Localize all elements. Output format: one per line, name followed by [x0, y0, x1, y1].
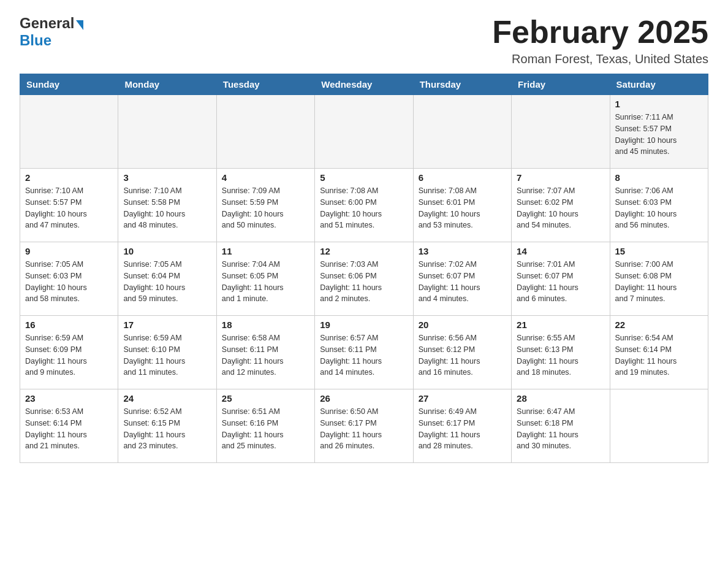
calendar-day-cell: 19Sunrise: 6:57 AMSunset: 6:11 PMDayligh… — [315, 316, 413, 389]
logo-arrow-icon — [76, 20, 83, 30]
day-number: 12 — [320, 246, 408, 256]
day-info: Sunrise: 7:10 AMSunset: 5:57 PMDaylight:… — [25, 185, 113, 231]
day-info: Sunrise: 7:03 AMSunset: 6:06 PMDaylight:… — [320, 259, 408, 305]
logo: General Blue — [20, 15, 83, 49]
day-info: Sunrise: 6:56 AMSunset: 6:12 PMDaylight:… — [419, 332, 506, 378]
calendar-day-cell — [610, 389, 708, 463]
day-info: Sunrise: 7:06 AMSunset: 6:03 PMDaylight:… — [615, 185, 703, 231]
day-info: Sunrise: 7:09 AMSunset: 5:59 PMDaylight:… — [222, 185, 309, 231]
calendar-day-cell: 14Sunrise: 7:01 AMSunset: 6:07 PMDayligh… — [512, 242, 610, 316]
calendar-day-cell: 25Sunrise: 6:51 AMSunset: 6:16 PMDayligh… — [216, 389, 314, 463]
calendar-week-row: 16Sunrise: 6:59 AMSunset: 6:09 PMDayligh… — [20, 316, 708, 389]
calendar-day-cell — [315, 95, 413, 169]
day-info: Sunrise: 7:07 AMSunset: 6:02 PMDaylight:… — [517, 185, 604, 231]
day-info: Sunrise: 6:58 AMSunset: 6:11 PMDaylight:… — [222, 332, 309, 378]
day-number: 1 — [615, 99, 703, 109]
title-section: February 2025 Roman Forest, Texas, Unite… — [492, 15, 708, 66]
day-number: 26 — [320, 393, 408, 404]
calendar-week-row: 2Sunrise: 7:10 AMSunset: 5:57 PMDaylight… — [20, 169, 708, 242]
calendar-day-cell: 10Sunrise: 7:05 AMSunset: 6:04 PMDayligh… — [118, 242, 216, 316]
calendar-day-cell: 18Sunrise: 6:58 AMSunset: 6:11 PMDayligh… — [216, 316, 314, 389]
calendar-day-cell — [118, 95, 216, 169]
day-info: Sunrise: 7:04 AMSunset: 6:05 PMDaylight:… — [222, 259, 309, 305]
calendar-day-header: Saturday — [610, 74, 708, 95]
day-number: 18 — [222, 320, 309, 330]
calendar-day-header: Monday — [118, 74, 216, 95]
calendar-day-cell: 6Sunrise: 7:08 AMSunset: 6:01 PMDaylight… — [413, 169, 511, 242]
page-header: General Blue February 2025 Roman Forest,… — [20, 15, 708, 66]
day-info: Sunrise: 7:11 AMSunset: 5:57 PMDaylight:… — [615, 112, 703, 158]
calendar-day-cell: 22Sunrise: 6:54 AMSunset: 6:14 PMDayligh… — [610, 316, 708, 389]
day-number: 3 — [123, 172, 211, 183]
day-number: 6 — [419, 172, 506, 183]
calendar-day-cell — [216, 95, 314, 169]
day-number: 22 — [615, 320, 703, 330]
calendar-table: SundayMondayTuesdayWednesdayThursdayFrid… — [20, 74, 708, 463]
calendar-header-row: SundayMondayTuesdayWednesdayThursdayFrid… — [20, 74, 708, 95]
calendar-day-cell: 24Sunrise: 6:52 AMSunset: 6:15 PMDayligh… — [118, 389, 216, 463]
day-number: 10 — [123, 246, 211, 256]
calendar-day-cell — [413, 95, 511, 169]
calendar-day-cell: 1Sunrise: 7:11 AMSunset: 5:57 PMDaylight… — [610, 95, 708, 169]
day-number: 7 — [517, 172, 604, 183]
calendar-day-header: Thursday — [413, 74, 511, 95]
day-info: Sunrise: 6:59 AMSunset: 6:09 PMDaylight:… — [25, 332, 113, 378]
calendar-day-cell: 13Sunrise: 7:02 AMSunset: 6:07 PMDayligh… — [413, 242, 511, 316]
calendar-week-row: 9Sunrise: 7:05 AMSunset: 6:03 PMDaylight… — [20, 242, 708, 316]
day-info: Sunrise: 6:50 AMSunset: 6:17 PMDaylight:… — [320, 406, 408, 452]
month-title: February 2025 — [492, 15, 708, 50]
calendar-day-cell: 9Sunrise: 7:05 AMSunset: 6:03 PMDaylight… — [20, 242, 118, 316]
day-number: 8 — [615, 172, 703, 183]
day-number: 11 — [222, 246, 309, 256]
day-info: Sunrise: 6:54 AMSunset: 6:14 PMDaylight:… — [615, 332, 703, 378]
day-info: Sunrise: 7:02 AMSunset: 6:07 PMDaylight:… — [419, 259, 506, 305]
day-number: 14 — [517, 246, 604, 256]
calendar-day-cell: 17Sunrise: 6:59 AMSunset: 6:10 PMDayligh… — [118, 316, 216, 389]
day-number: 21 — [517, 320, 604, 330]
day-number: 2 — [25, 172, 113, 183]
calendar-day-cell: 11Sunrise: 7:04 AMSunset: 6:05 PMDayligh… — [216, 242, 314, 316]
day-number: 23 — [25, 393, 113, 404]
calendar-day-cell: 20Sunrise: 6:56 AMSunset: 6:12 PMDayligh… — [413, 316, 511, 389]
day-info: Sunrise: 6:55 AMSunset: 6:13 PMDaylight:… — [517, 332, 604, 378]
day-number: 9 — [25, 246, 113, 256]
calendar-day-cell: 5Sunrise: 7:08 AMSunset: 6:00 PMDaylight… — [315, 169, 413, 242]
day-number: 5 — [320, 172, 408, 183]
calendar-day-cell: 23Sunrise: 6:53 AMSunset: 6:14 PMDayligh… — [20, 389, 118, 463]
logo-general: General — [20, 15, 74, 32]
calendar-day-cell: 7Sunrise: 7:07 AMSunset: 6:02 PMDaylight… — [512, 169, 610, 242]
day-number: 28 — [517, 393, 604, 404]
day-info: Sunrise: 7:05 AMSunset: 6:03 PMDaylight:… — [25, 259, 113, 305]
day-number: 20 — [419, 320, 506, 330]
day-number: 19 — [320, 320, 408, 330]
calendar-day-header: Wednesday — [315, 74, 413, 95]
day-number: 24 — [123, 393, 211, 404]
day-info: Sunrise: 7:00 AMSunset: 6:08 PMDaylight:… — [615, 259, 703, 305]
calendar-day-cell: 15Sunrise: 7:00 AMSunset: 6:08 PMDayligh… — [610, 242, 708, 316]
day-info: Sunrise: 6:52 AMSunset: 6:15 PMDaylight:… — [123, 406, 211, 452]
logo-blue: Blue — [20, 32, 51, 49]
day-info: Sunrise: 6:57 AMSunset: 6:11 PMDaylight:… — [320, 332, 408, 378]
day-info: Sunrise: 7:05 AMSunset: 6:04 PMDaylight:… — [123, 259, 211, 305]
calendar-day-cell: 12Sunrise: 7:03 AMSunset: 6:06 PMDayligh… — [315, 242, 413, 316]
calendar-week-row: 23Sunrise: 6:53 AMSunset: 6:14 PMDayligh… — [20, 389, 708, 463]
calendar-day-header: Sunday — [20, 74, 118, 95]
calendar-day-cell: 28Sunrise: 6:47 AMSunset: 6:18 PMDayligh… — [512, 389, 610, 463]
calendar-day-cell: 8Sunrise: 7:06 AMSunset: 6:03 PMDaylight… — [610, 169, 708, 242]
calendar-week-row: 1Sunrise: 7:11 AMSunset: 5:57 PMDaylight… — [20, 95, 708, 169]
day-info: Sunrise: 7:08 AMSunset: 6:00 PMDaylight:… — [320, 185, 408, 231]
calendar-day-cell — [512, 95, 610, 169]
day-number: 17 — [123, 320, 211, 330]
calendar-day-cell — [20, 95, 118, 169]
day-info: Sunrise: 6:51 AMSunset: 6:16 PMDaylight:… — [222, 406, 309, 452]
location: Roman Forest, Texas, United States — [492, 52, 708, 66]
day-info: Sunrise: 6:47 AMSunset: 6:18 PMDaylight:… — [517, 406, 604, 452]
calendar-day-cell: 16Sunrise: 6:59 AMSunset: 6:09 PMDayligh… — [20, 316, 118, 389]
day-number: 4 — [222, 172, 309, 183]
day-info: Sunrise: 7:08 AMSunset: 6:01 PMDaylight:… — [419, 185, 506, 231]
day-info: Sunrise: 6:59 AMSunset: 6:10 PMDaylight:… — [123, 332, 211, 378]
calendar-day-cell: 3Sunrise: 7:10 AMSunset: 5:58 PMDaylight… — [118, 169, 216, 242]
calendar-day-header: Tuesday — [216, 74, 314, 95]
day-info: Sunrise: 6:53 AMSunset: 6:14 PMDaylight:… — [25, 406, 113, 452]
day-info: Sunrise: 7:10 AMSunset: 5:58 PMDaylight:… — [123, 185, 211, 231]
